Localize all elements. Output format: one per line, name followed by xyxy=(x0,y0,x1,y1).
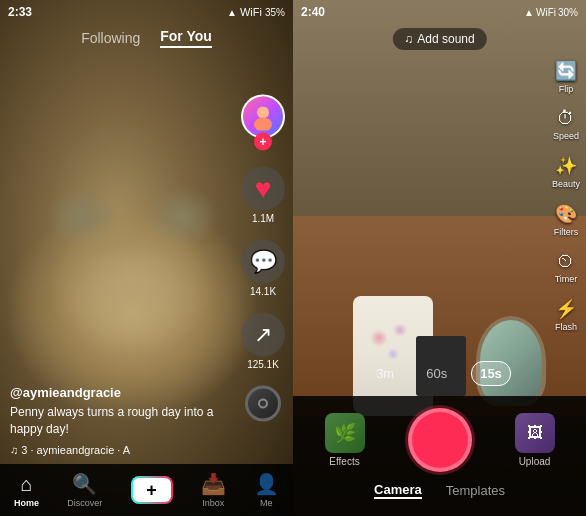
svg-point-1 xyxy=(254,118,272,131)
filters-icon: 🎨 xyxy=(555,203,577,225)
share-button-item[interactable]: ↗ 125.1K xyxy=(241,313,285,370)
nav-tabs: Following For You xyxy=(0,24,293,52)
comment-icon-circle: 💬 xyxy=(241,240,285,284)
comment-button-item[interactable]: 💬 14.1K xyxy=(241,240,285,297)
bottom-nav: ⌂ Home 🔍 Discover + 📥 Inbox 👤 Me xyxy=(0,464,293,516)
tab-templates[interactable]: Templates xyxy=(446,483,505,498)
share-icon: ↗ xyxy=(254,322,272,348)
upload-label: Upload xyxy=(519,456,551,467)
status-icons: ▲ WiFi 35% xyxy=(227,6,285,18)
time-display-right: 2:40 xyxy=(301,5,325,19)
discover-label: Discover xyxy=(67,498,102,508)
share-icon-circle: ↗ xyxy=(241,313,285,357)
camera-mode-tabs: Camera Templates xyxy=(374,478,505,499)
music-note-icon: ♫ xyxy=(404,32,413,46)
duration-15s[interactable]: 15s xyxy=(471,361,511,386)
beauty-icon: ✨ xyxy=(555,155,577,177)
effects-label: Effects xyxy=(329,456,359,467)
music-disc-item xyxy=(245,386,281,422)
filters-label: Filters xyxy=(554,227,579,237)
camera-bottom-bar: 🌿 Effects 🖼 Upload Camera Templates xyxy=(293,396,586,516)
timer-icon: ⏲ xyxy=(557,251,575,272)
filters-control[interactable]: 🎨 Filters xyxy=(554,203,579,237)
tab-camera[interactable]: Camera xyxy=(374,482,422,499)
effects-button[interactable]: 🌿 Effects xyxy=(325,413,365,467)
discover-icon: 🔍 xyxy=(72,472,97,496)
username[interactable]: @aymieandgracie xyxy=(10,385,238,400)
share-count: 125.1K xyxy=(247,359,279,370)
nav-inbox[interactable]: 📥 Inbox xyxy=(201,472,226,508)
signal-icons-right: ▲ WiFi 30% xyxy=(524,7,578,18)
music-disc-center xyxy=(258,399,268,409)
flash-icon: ⚡ xyxy=(555,298,577,320)
video-info: @aymieandgracie Penny always turns a rou… xyxy=(10,385,238,456)
record-button[interactable] xyxy=(408,408,472,472)
signal-icon-right: ▲ xyxy=(524,7,534,18)
nav-discover[interactable]: 🔍 Discover xyxy=(67,472,102,508)
heart-icon: ♥ xyxy=(255,173,272,205)
music-text: ♫ 3 · aymieandgracie · A xyxy=(10,444,130,456)
comment-icon: 💬 xyxy=(250,249,277,275)
duration-3m[interactable]: 3m xyxy=(368,362,402,385)
add-sound-button[interactable]: ♫ Add sound xyxy=(392,28,486,50)
flash-label: Flash xyxy=(555,322,577,332)
duration-60s[interactable]: 60s xyxy=(418,362,455,385)
comment-count: 14.1K xyxy=(250,286,276,297)
beauty-control[interactable]: ✨ Beauty xyxy=(552,155,580,189)
video-sidebar: + ♥ 1.1M 💬 14.1K ↗ 125.1K xyxy=(241,95,285,422)
like-count: 1.1M xyxy=(252,213,274,224)
creator-avatar-item[interactable]: + xyxy=(241,95,285,151)
timer-control[interactable]: ⏲ Timer xyxy=(555,251,578,284)
flash-control[interactable]: ⚡ Flash xyxy=(555,298,577,332)
battery-icon: 35% xyxy=(265,7,285,18)
speed-control[interactable]: ⏱ Speed xyxy=(553,108,579,141)
status-bar-left: 2:33 ▲ WiFi 35% xyxy=(0,0,293,24)
caption: Penny always turns a rough day into a ha… xyxy=(10,404,238,438)
flip-label: Flip xyxy=(559,84,574,94)
nav-create[interactable]: + xyxy=(131,476,173,504)
beauty-label: Beauty xyxy=(552,179,580,189)
status-bar-right: 2:40 ▲ WiFi 30% xyxy=(293,0,586,24)
nav-me[interactable]: 👤 Me xyxy=(254,472,279,508)
battery-right: 30% xyxy=(558,7,578,18)
svg-point-0 xyxy=(257,107,269,119)
add-sound-label: Add sound xyxy=(417,32,474,46)
right-panel: 2:40 ▲ WiFi 30% ♫ Add sound 🔄 Flip ⏱ Spe… xyxy=(293,0,586,516)
speed-label: Speed xyxy=(553,131,579,141)
me-label: Me xyxy=(260,498,273,508)
camera-actions: 🌿 Effects 🖼 Upload xyxy=(293,396,586,478)
like-button-item[interactable]: ♥ 1.1M xyxy=(241,167,285,224)
create-button[interactable]: + xyxy=(131,476,173,504)
tab-for-you[interactable]: For You xyxy=(160,28,212,48)
inbox-icon: 📥 xyxy=(201,472,226,496)
music-info: ♫ 3 · aymieandgracie · A xyxy=(10,444,238,456)
flip-icon: 🔄 xyxy=(555,60,577,82)
home-icon: ⌂ xyxy=(21,473,33,496)
time-display: 2:33 xyxy=(8,5,32,19)
signal-icon: ▲ xyxy=(227,7,237,18)
speed-icon: ⏱ xyxy=(557,108,575,129)
home-label: Home xyxy=(14,498,39,508)
plus-icon: + xyxy=(146,480,157,501)
camera-controls: 🔄 Flip ⏱ Speed ✨ Beauty 🎨 Filters ⏲ Time… xyxy=(552,60,580,332)
like-icon-circle: ♥ xyxy=(241,167,285,211)
profile-icon: 👤 xyxy=(254,472,279,496)
left-panel: 2:33 ▲ WiFi 35% Following For You + xyxy=(0,0,293,516)
music-disc xyxy=(245,386,281,422)
wifi-icon: WiFi xyxy=(240,6,262,18)
effects-icon: 🌿 xyxy=(325,413,365,453)
tab-following[interactable]: Following xyxy=(81,30,140,46)
upload-button[interactable]: 🖼 Upload xyxy=(515,413,555,467)
upload-icon: 🖼 xyxy=(515,413,555,453)
wifi-icon-right: WiFi xyxy=(536,7,556,18)
flip-control[interactable]: 🔄 Flip xyxy=(555,60,577,94)
nav-home[interactable]: ⌂ Home xyxy=(14,473,39,508)
inbox-label: Inbox xyxy=(202,498,224,508)
follow-plus-icon[interactable]: + xyxy=(254,133,272,151)
duration-selector: 3m 60s 15s xyxy=(293,361,586,386)
timer-label: Timer xyxy=(555,274,578,284)
